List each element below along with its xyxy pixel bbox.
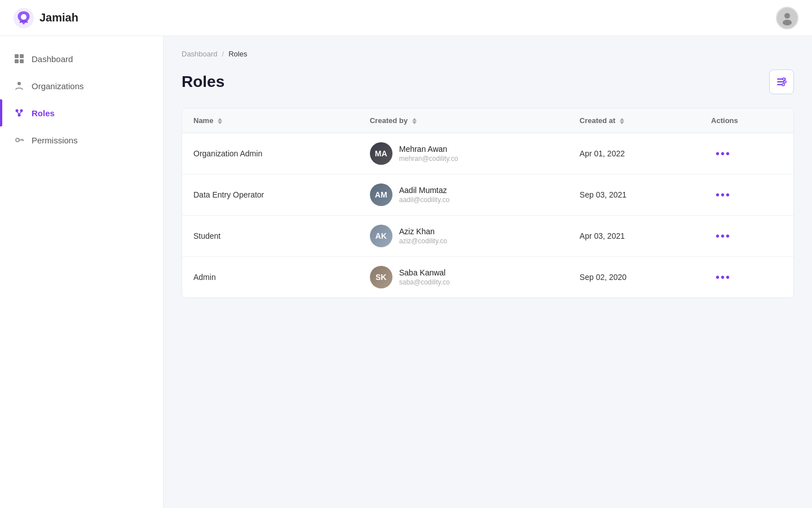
main-layout: Dashboard Organizations bbox=[0, 36, 812, 508]
col-created-by[interactable]: Created by bbox=[359, 108, 568, 133]
cell-date-1: Sep 03, 2021 bbox=[568, 174, 700, 216]
roles-table-container: Name Created by bbox=[182, 108, 794, 298]
col-created-at[interactable]: Created at bbox=[568, 108, 700, 133]
sort-created-at-icon bbox=[620, 118, 624, 124]
sort-name-icon bbox=[218, 118, 222, 124]
creator-name-0: Mehran Awan bbox=[399, 144, 458, 154]
organizations-icon bbox=[14, 80, 25, 91]
creator-email-1: aadil@codility.co bbox=[399, 196, 449, 204]
cell-date-0: Apr 01, 2022 bbox=[568, 133, 700, 174]
svg-point-2 bbox=[784, 13, 790, 19]
sidebar-item-roles[interactable]: Roles bbox=[0, 99, 163, 126]
creator-email-3: saba@codility.co bbox=[399, 278, 450, 286]
svg-point-22 bbox=[782, 84, 784, 86]
cell-date-3: Sep 02, 2020 bbox=[568, 257, 700, 298]
table-row: Student AK Aziz Khan aziz@codility.co Ap… bbox=[182, 216, 793, 257]
svg-point-14 bbox=[16, 138, 19, 142]
svg-rect-6 bbox=[15, 59, 19, 63]
roles-icon bbox=[14, 107, 25, 119]
svg-line-13 bbox=[19, 112, 21, 114]
cell-actions-3: ••• bbox=[700, 257, 793, 298]
cell-creator-2: AK Aziz Khan aziz@codility.co bbox=[359, 216, 568, 257]
cell-name-1: Data Entry Operator bbox=[182, 174, 359, 216]
roles-table: Name Created by bbox=[182, 108, 793, 297]
cell-name-3: Admin bbox=[182, 257, 359, 298]
sort-created-by-icon bbox=[412, 118, 417, 124]
svg-point-3 bbox=[783, 20, 792, 25]
sidebar-label-roles: Roles bbox=[32, 108, 55, 118]
svg-point-1 bbox=[21, 14, 27, 20]
page-title: Roles bbox=[182, 73, 224, 91]
logo-area: Jamiah bbox=[14, 8, 78, 28]
svg-point-23 bbox=[783, 78, 785, 80]
table-row: Admin SK Saba Kanwal saba@codility.co Se… bbox=[182, 257, 793, 298]
creator-avatar-0: MA bbox=[370, 142, 392, 165]
creator-email-0: mehran@codility.co bbox=[399, 155, 458, 163]
cell-creator-3: SK Saba Kanwal saba@codility.co bbox=[359, 257, 568, 298]
sidebar-label-organizations: Organizations bbox=[32, 81, 84, 91]
sidebar-label-permissions: Permissions bbox=[32, 135, 78, 145]
actions-menu-button-2[interactable]: ••• bbox=[711, 227, 735, 245]
sidebar-item-organizations[interactable]: Organizations bbox=[0, 72, 163, 99]
svg-point-8 bbox=[17, 82, 21, 85]
svg-rect-7 bbox=[20, 59, 24, 63]
sidebar: Dashboard Organizations bbox=[0, 36, 164, 508]
cell-date-2: Apr 03, 2021 bbox=[568, 216, 700, 257]
svg-line-12 bbox=[17, 112, 19, 114]
actions-menu-button-3[interactable]: ••• bbox=[711, 269, 735, 286]
creator-name-2: Aziz Khan bbox=[399, 227, 447, 236]
creator-avatar-3: SK bbox=[370, 266, 392, 288]
main-content: Dashboard / Roles Roles bbox=[164, 36, 812, 508]
table-header: Name Created by bbox=[182, 108, 793, 133]
col-name[interactable]: Name bbox=[182, 108, 359, 133]
svg-point-21 bbox=[784, 81, 786, 83]
svg-point-9 bbox=[16, 110, 19, 112]
svg-rect-5 bbox=[20, 54, 24, 58]
header: Jamiah bbox=[0, 0, 812, 36]
filter-icon bbox=[776, 76, 787, 87]
logo-text: Jamiah bbox=[39, 11, 78, 24]
cell-name-2: Student bbox=[182, 216, 359, 257]
user-avatar[interactable] bbox=[776, 7, 798, 29]
actions-menu-button-0[interactable]: ••• bbox=[711, 145, 735, 163]
breadcrumb-parent[interactable]: Dashboard bbox=[182, 50, 218, 58]
permissions-icon bbox=[14, 134, 25, 146]
breadcrumb-current: Roles bbox=[228, 50, 247, 58]
filter-button[interactable] bbox=[769, 69, 794, 94]
cell-creator-0: MA Mehran Awan mehran@codility.co bbox=[359, 133, 568, 174]
breadcrumb-separator: / bbox=[222, 50, 224, 58]
page-header: Roles bbox=[182, 69, 794, 94]
creator-name-1: Aadil Mumtaz bbox=[399, 186, 449, 195]
col-actions: Actions bbox=[700, 108, 793, 133]
creator-email-2: aziz@codility.co bbox=[399, 237, 447, 245]
cell-actions-1: ••• bbox=[700, 174, 793, 216]
cell-name-0: Organization Admin bbox=[182, 133, 359, 174]
table-row: Data Entry Operator AM Aadil Mumtaz aadi… bbox=[182, 174, 793, 216]
table-body: Organization Admin MA Mehran Awan mehran… bbox=[182, 133, 793, 298]
table-row: Organization Admin MA Mehran Awan mehran… bbox=[182, 133, 793, 174]
creator-avatar-2: AK bbox=[370, 225, 392, 247]
sidebar-item-dashboard[interactable]: Dashboard bbox=[0, 45, 163, 72]
actions-menu-button-1[interactable]: ••• bbox=[711, 186, 735, 204]
sidebar-label-dashboard: Dashboard bbox=[32, 54, 73, 64]
cell-creator-1: AM Aadil Mumtaz aadil@codility.co bbox=[359, 174, 568, 216]
creator-name-3: Saba Kanwal bbox=[399, 268, 450, 277]
svg-point-10 bbox=[20, 110, 23, 112]
logo-icon bbox=[14, 8, 34, 28]
svg-point-11 bbox=[18, 114, 21, 117]
svg-rect-4 bbox=[15, 54, 19, 58]
breadcrumb: Dashboard / Roles bbox=[182, 50, 794, 58]
cell-actions-2: ••• bbox=[700, 216, 793, 257]
dashboard-icon bbox=[14, 53, 25, 64]
creator-avatar-1: AM bbox=[370, 183, 392, 206]
cell-actions-0: ••• bbox=[700, 133, 793, 174]
sidebar-item-permissions[interactable]: Permissions bbox=[0, 126, 163, 154]
